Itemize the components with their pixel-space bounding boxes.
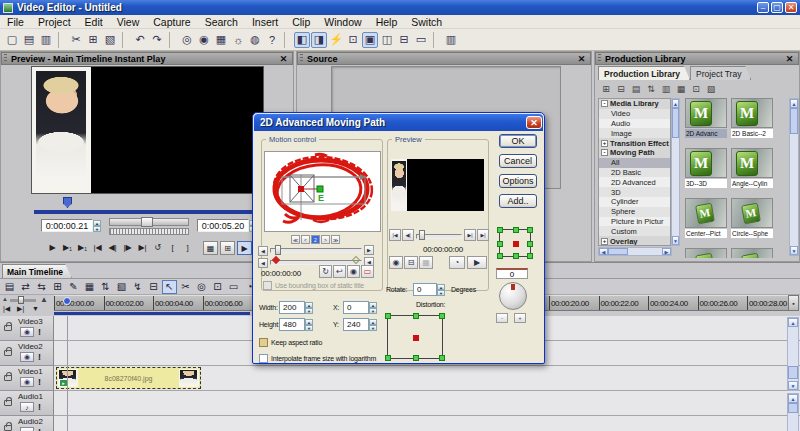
track-lane[interactable]: 8c08270f40.jpg ▸ [54,366,800,391]
toggle-source-icon[interactable]: ◨ [311,32,327,48]
tree-item[interactable]: +Transition Effect [599,138,670,148]
thumbnails-scrollbar[interactable]: ▲ ▼ [789,98,799,256]
library-toolbar-icon[interactable]: ▤ [629,82,643,95]
new-icon[interactable]: ▢ [4,32,20,48]
timeline-toolbar-icon[interactable]: ▧ [114,280,129,294]
save-icon[interactable]: ▥ [38,32,54,48]
transport-button[interactable]: |◀ [90,241,105,254]
panel3-icon[interactable]: ◫ [379,32,395,48]
motion-tool-button[interactable]: ↻ [319,265,332,278]
dialog-play-button[interactable]: ▶ [467,256,487,269]
ruler-lock-button[interactable]: ▪ [788,295,799,311]
rotation-knob[interactable] [499,282,527,310]
tree-item[interactable]: -Moving Path [599,148,670,158]
knob-minus-button[interactable]: - [496,313,508,323]
track-header[interactable]: Video2 ◉ ! [0,341,54,366]
go-start-icon[interactable]: |◀ [3,305,10,313]
menu-item[interactable]: Switch [404,16,449,28]
menu-item[interactable]: View [110,16,147,28]
lock-icon[interactable] [4,375,12,381]
menu-item[interactable]: Clip [285,16,317,28]
track-lane[interactable]: ▸ [54,391,800,416]
preview-jog-handle[interactable] [141,217,153,227]
library-toolbar-icon[interactable]: ▧ [704,82,718,95]
rotate-spinner[interactable]: ▲▼ [437,283,445,296]
source-close-icon[interactable]: ✕ [576,54,587,64]
transport-button[interactable]: |▶ [120,241,135,254]
transport-button[interactable]: ◀| [105,241,120,254]
tree-item[interactable]: Sphere [599,207,670,217]
y-input[interactable]: 240 [343,318,369,331]
copy-icon[interactable]: ⊞ [85,32,101,48]
tree-item[interactable]: 3D [599,187,670,197]
timeline-toolbar-icon[interactable]: ⊟ [146,280,161,294]
ok-button[interactable]: OK [499,134,537,148]
pv-next-button[interactable]: ▶| [464,229,476,241]
dialog-titlebar[interactable]: 2D Advanced Moving Path [254,114,543,131]
timeline-toolbar-icon[interactable]: ⇄ [18,280,33,294]
pv-end-button[interactable]: ▶| [477,229,489,241]
slider1-left-button[interactable]: ◀ [258,246,268,256]
tree-item[interactable]: 2D Advanced [599,177,670,187]
pv-tool-button[interactable]: ◉ [389,256,403,269]
track-header[interactable]: Audio2 ♪ ! [0,416,54,431]
track-visibility-icon[interactable]: ◉ [20,377,34,387]
width-input[interactable]: 200 [279,301,305,314]
keyframe-button[interactable]: 2 [311,235,320,244]
library-toolbar-icon[interactable]: ⊟ [614,82,628,95]
timeline-toolbar-icon[interactable]: ✎ [66,280,81,294]
timeline-toolbar-icon[interactable]: ▭ [226,280,241,294]
library-toolbar-icon[interactable]: ▥ [659,82,673,95]
track-header[interactable]: Audio1 ♪ ! [0,391,54,416]
zoom-out-icon[interactable]: ◎ [179,32,195,48]
library-toolbar-icon[interactable]: ▦ [674,82,688,95]
tree-expander-icon[interactable]: - [601,100,608,107]
lock-icon[interactable] [4,425,12,431]
panel4-icon[interactable]: ⊟ [396,32,412,48]
open-icon[interactable]: ▤ [21,32,37,48]
toolbar-icon[interactable] [58,32,65,48]
distortion-box[interactable] [387,315,443,359]
keyframe-button[interactable]: ≫ [331,235,340,244]
track-header[interactable]: Video3 ◉ ! [0,316,54,341]
transport-button[interactable]: [ [165,241,180,254]
restore-button[interactable]: ▢ [771,2,783,13]
timeline-toolbar-icon[interactable]: ⊡ [210,280,225,294]
preview-seekbar[interactable] [34,210,256,214]
menu-item[interactable]: Project [31,16,78,28]
menu-item[interactable]: Window [317,16,368,28]
position-widget[interactable] [499,229,531,257]
cancel-button[interactable]: Cancel [499,154,537,168]
track-header[interactable]: Video1 ◉ ! [0,366,54,391]
menu-item[interactable]: Search [198,16,245,28]
x-spinner[interactable]: ▲▼ [369,301,377,314]
timeline-toolbar-icon[interactable]: ⇆ [34,280,49,294]
transport-button[interactable]: ▶| [135,241,150,254]
motion-tool-button[interactable]: ▭ [361,265,374,278]
lock-icon[interactable] [4,325,12,331]
tree-expander-icon[interactable]: + [601,140,608,147]
keyframe-button[interactable]: ≪ [291,235,300,244]
tree-item[interactable]: Picture in Pictur [599,217,670,227]
transport-box-button[interactable]: ▦ [203,241,218,255]
y-spinner[interactable]: ▲▼ [369,318,377,331]
tree-scrollbar[interactable]: ▲ ▼ [671,98,680,246]
add-button[interactable]: Add.. [499,194,537,208]
tree-item[interactable]: Image [599,128,670,138]
timeline-toolbar-icon[interactable]: ↯ [130,280,145,294]
x-input[interactable]: 0 [343,301,369,314]
gauge-button[interactable]: ◔ [449,256,465,269]
pv-slider-handle[interactable] [419,230,425,240]
pv-prev-button[interactable]: ◀| [402,229,414,241]
bounding-box-checkbox[interactable] [263,281,272,290]
menu-item[interactable]: File [0,16,31,28]
library-tab[interactable]: Project Tray [690,66,751,80]
transport-button[interactable]: ▶ [45,241,60,254]
transport-button[interactable]: ▶₁ [60,241,75,254]
toolbar-icon[interactable] [284,32,291,48]
panel5-icon[interactable]: ▭ [413,32,429,48]
rotate-input[interactable]: 0 [413,283,437,296]
tree-expander-icon[interactable]: - [601,149,608,156]
panel2-icon[interactable]: ▣ [362,32,378,48]
keyframe-button[interactable]: < [301,235,310,244]
